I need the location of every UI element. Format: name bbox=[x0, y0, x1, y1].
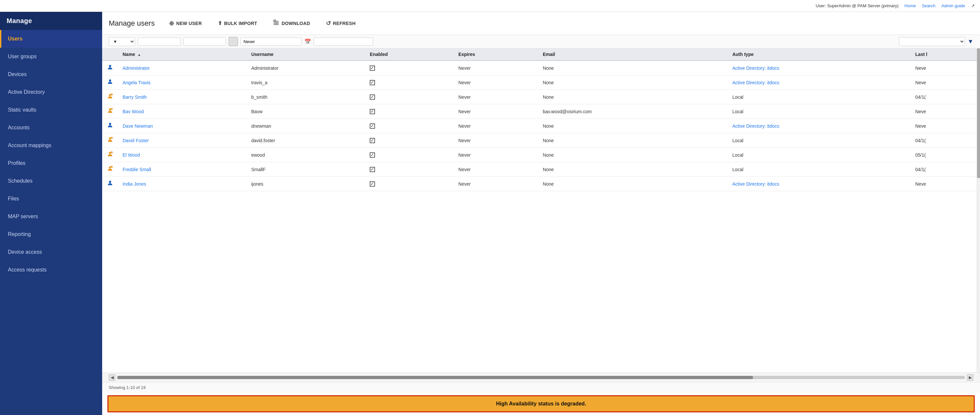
user-name-link[interactable]: Barry Smith bbox=[123, 95, 146, 100]
table-container: Name ▲ Username Enabled Expires Email Au… bbox=[102, 48, 980, 372]
auth-type-cell[interactable]: Active Directory: itdocs bbox=[728, 60, 910, 75]
sidebar-item-account-mappings[interactable]: Account mappings bbox=[0, 136, 102, 154]
user-icon-cell: + bbox=[102, 148, 118, 162]
enabled-checkbox bbox=[370, 124, 375, 129]
download-label: DOWNLOAD bbox=[282, 21, 310, 26]
scroll-left-button[interactable]: ◀ bbox=[109, 374, 115, 381]
sidebar-item-accounts[interactable]: Accounts bbox=[0, 119, 102, 136]
calendar-icon[interactable]: 📅 bbox=[304, 38, 311, 45]
expires-cell: Never bbox=[454, 90, 538, 105]
horizontal-scrollbar[interactable] bbox=[117, 376, 965, 379]
scroll-right-button[interactable]: ▶ bbox=[967, 374, 974, 381]
user-name-cell[interactable]: David Foster bbox=[118, 133, 247, 148]
sidebar-item-devices[interactable]: Devices bbox=[0, 65, 102, 83]
username-cell: ewood bbox=[247, 148, 365, 162]
sidebar-item-profiles[interactable]: Profiles bbox=[0, 154, 102, 172]
new-user-button[interactable]: ⊕ NEW USER bbox=[164, 17, 206, 30]
email-cell: None bbox=[538, 90, 728, 105]
enabled-cell bbox=[365, 90, 454, 105]
enabled-checkbox bbox=[370, 95, 375, 100]
auth-type-link[interactable]: Active Directory: itdocs bbox=[732, 80, 779, 85]
filter-expires-input[interactable] bbox=[240, 38, 302, 46]
enabled-checkbox bbox=[370, 80, 375, 85]
sidebar-item-device-access[interactable]: Device access bbox=[0, 243, 102, 261]
user-name-link[interactable]: Dave Newman bbox=[123, 124, 153, 129]
user-name-link[interactable]: Administrator bbox=[123, 65, 150, 71]
filter-enabled-checkbox[interactable] bbox=[229, 37, 238, 46]
user-icon-orange: + bbox=[107, 166, 113, 173]
sidebar-item-reporting[interactable]: Reporting bbox=[0, 225, 102, 243]
refresh-button[interactable]: ↺ REFRESH bbox=[321, 17, 360, 30]
filter-email-input[interactable] bbox=[314, 38, 373, 46]
enabled-checkbox bbox=[370, 152, 375, 158]
table-row: + Barry Smithb_smithNeverNoneLocal04/1( bbox=[102, 90, 980, 105]
sidebar-item-schedules[interactable]: Schedules bbox=[0, 172, 102, 190]
auth-type-link[interactable]: Active Directory: itdocs bbox=[732, 181, 779, 187]
sidebar-item-access-requests[interactable]: Access requests bbox=[0, 261, 102, 279]
filter-username-input[interactable] bbox=[183, 38, 226, 46]
refresh-label: REFRESH bbox=[333, 21, 356, 26]
enabled-cell bbox=[365, 162, 454, 177]
download-button[interactable]: DOWNLOAD bbox=[268, 16, 314, 30]
bulk-import-button[interactable]: ⬆ BULK IMPORT bbox=[213, 17, 262, 29]
user-icon-cell bbox=[102, 75, 118, 90]
sidebar-item-active-directory[interactable]: Active Directory bbox=[0, 83, 102, 101]
auth-type-cell[interactable]: Active Directory: itdocs bbox=[728, 119, 910, 133]
user-name-link[interactable]: El Wood bbox=[123, 152, 140, 158]
sidebar-item-map-servers[interactable]: MAP servers bbox=[0, 208, 102, 225]
filter-row: ▼ 📅 ▼ bbox=[102, 35, 980, 48]
download-icon bbox=[273, 19, 280, 27]
svg-point-1 bbox=[109, 65, 111, 67]
col-expires: Expires bbox=[454, 48, 538, 60]
username-cell: dnewman bbox=[247, 119, 365, 133]
auth-type-link[interactable]: Active Directory: itdocs bbox=[732, 65, 779, 71]
user-name-cell[interactable]: Barry Smith bbox=[118, 90, 247, 105]
main-content: Manage users ⊕ NEW USER ⬆ BULK IMPORT DO… bbox=[102, 12, 980, 415]
vertical-scrollbar-thumb[interactable] bbox=[977, 48, 980, 178]
showing-text: Showing 1-10 of 19 bbox=[102, 382, 980, 393]
expires-cell: Never bbox=[454, 148, 538, 162]
user-name-link[interactable]: India Jones bbox=[123, 181, 146, 187]
user-icon-cell: + bbox=[102, 162, 118, 177]
enabled-checkbox bbox=[370, 167, 375, 172]
user-name-link[interactable]: Freddie Small bbox=[123, 167, 151, 172]
filter-dropdown-1[interactable]: ▼ bbox=[109, 37, 135, 46]
user-name-cell[interactable]: Dave Newman bbox=[118, 119, 247, 133]
col-name[interactable]: Name ▲ bbox=[118, 48, 247, 60]
users-table: Name ▲ Username Enabled Expires Email Au… bbox=[102, 48, 980, 191]
admin-guide-link[interactable]: Admin guide bbox=[942, 3, 965, 8]
col-authtype: Auth type bbox=[728, 48, 910, 60]
user-icon-orange: + bbox=[107, 94, 113, 101]
username-cell: Bavw bbox=[247, 105, 365, 119]
user-name-link[interactable]: Angela Travis bbox=[123, 80, 151, 85]
sidebar-item-user-groups[interactable]: User groups bbox=[0, 48, 102, 65]
enabled-cell bbox=[365, 105, 454, 119]
auth-type-link[interactable]: Active Directory: itdocs bbox=[732, 124, 779, 129]
expires-cell: Never bbox=[454, 177, 538, 191]
expires-cell: Never bbox=[454, 162, 538, 177]
user-name-cell[interactable]: Bav Wood bbox=[118, 105, 247, 119]
vertical-scrollbar[interactable] bbox=[977, 48, 980, 372]
home-link[interactable]: Home bbox=[905, 3, 916, 8]
filter-name-input[interactable] bbox=[138, 38, 181, 46]
sidebar-item-files[interactable]: Files bbox=[0, 190, 102, 208]
user-name-cell[interactable]: Freddie Small bbox=[118, 162, 247, 177]
user-name-link[interactable]: David Foster bbox=[123, 138, 149, 143]
search-link[interactable]: Search bbox=[922, 3, 935, 8]
user-icon-blue bbox=[107, 123, 113, 130]
enabled-checkbox bbox=[370, 138, 375, 143]
username-cell: travis_a bbox=[247, 75, 365, 90]
svg-point-9 bbox=[109, 123, 111, 125]
sidebar-item-users[interactable]: Users bbox=[0, 30, 102, 48]
username-cell: david.foster bbox=[247, 133, 365, 148]
filter-authtype-select[interactable] bbox=[899, 37, 965, 46]
user-name-cell[interactable]: Angela Travis bbox=[118, 75, 247, 90]
user-name-cell[interactable]: El Wood bbox=[118, 148, 247, 162]
auth-type-cell[interactable]: Active Directory: itdocs bbox=[728, 75, 910, 90]
user-name-cell[interactable]: Administrator bbox=[118, 60, 247, 75]
user-name-link[interactable]: Bav Wood bbox=[123, 109, 144, 114]
filter-funnel-icon[interactable]: ▼ bbox=[967, 38, 974, 45]
sidebar-item-static-vaults[interactable]: Static vaults bbox=[0, 101, 102, 119]
user-name-cell[interactable]: India Jones bbox=[118, 177, 247, 191]
auth-type-cell[interactable]: Active Directory: itdocs bbox=[728, 177, 910, 191]
